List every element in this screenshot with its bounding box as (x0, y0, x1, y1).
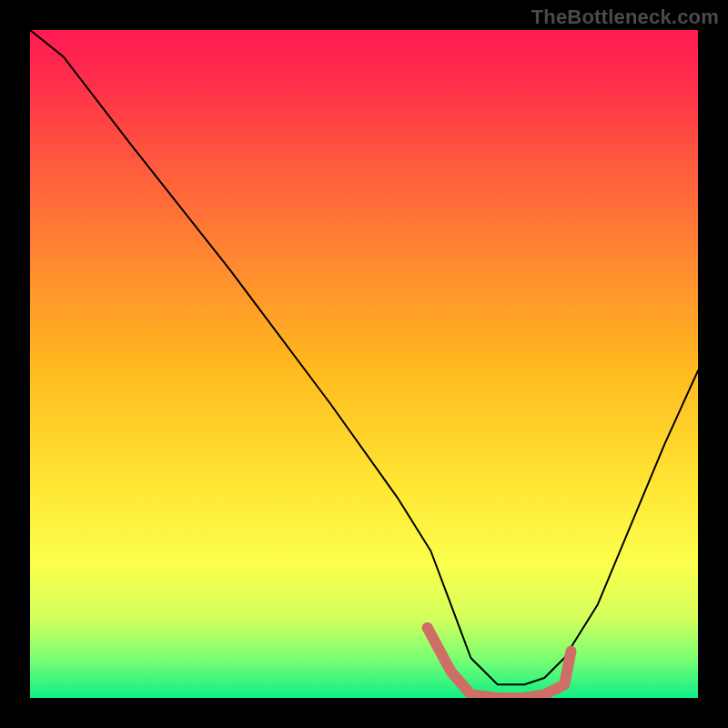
highlight-marker-line (428, 628, 571, 698)
curve-layer (30, 30, 698, 698)
chart-stage: TheBottleneck.com (0, 0, 728, 728)
watermark-text: TheBottleneck.com (531, 5, 719, 29)
highlight-marker-dot (422, 622, 433, 633)
bottleneck-curve-line (30, 30, 698, 684)
plot-area (30, 30, 698, 698)
